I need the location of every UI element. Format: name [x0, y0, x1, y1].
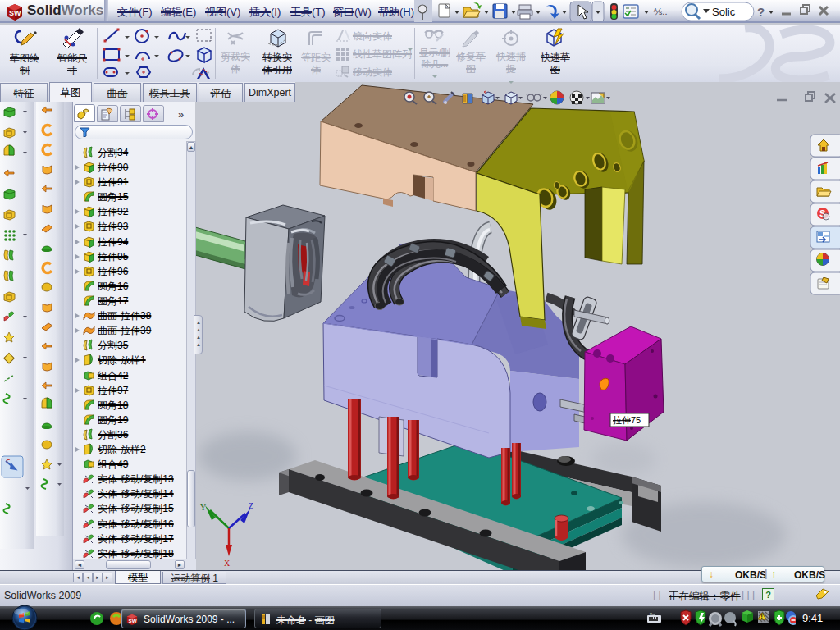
svg-text:⅍..: ⅍..: [653, 7, 667, 16]
svg-text:Solic: Solic: [712, 6, 736, 18]
svg-text:SW: SW: [9, 9, 21, 17]
svg-text:!: !: [761, 614, 763, 619]
svg-text:SW: SW: [129, 618, 137, 623]
svg-text:May: May: [650, 613, 655, 616]
svg-text:Z: Z: [249, 501, 253, 510]
svg-text:拉伸75: 拉伸75: [613, 415, 641, 425]
svg-text:X: X: [224, 559, 231, 568]
svg-text:?: ?: [757, 5, 765, 19]
svg-text:Y: Y: [200, 503, 206, 512]
